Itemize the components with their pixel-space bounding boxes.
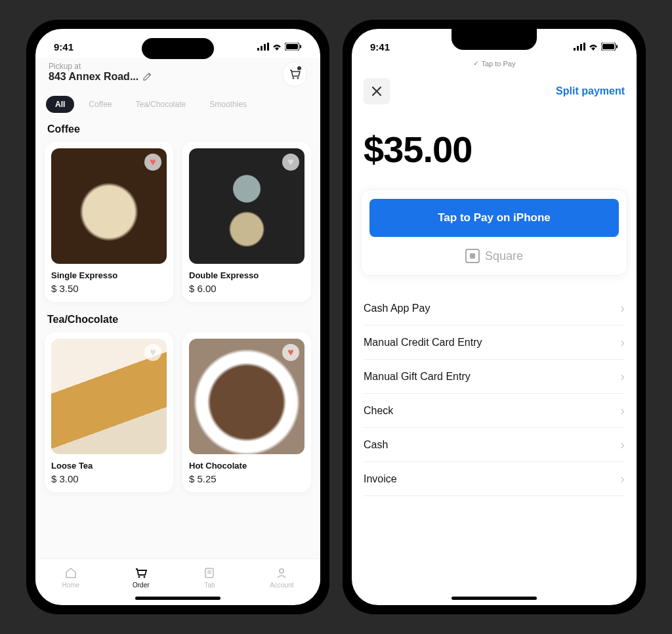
product-name: Loose Tea [51, 461, 167, 471]
check-icon: ✓ [473, 59, 479, 68]
close-icon [371, 86, 382, 96]
status-time: 9:41 [370, 41, 390, 53]
svg-rect-17 [580, 44, 582, 51]
chevron-right-icon: › [620, 301, 625, 316]
pickup-row: Pickup at 843 Annex Road... [45, 58, 311, 93]
svg-rect-21 [616, 45, 618, 49]
nav-tab[interactable]: Tab [202, 566, 217, 589]
svg-rect-2 [264, 44, 266, 51]
svg-point-8 [297, 77, 299, 79]
heart-icon: ♥ [287, 156, 294, 168]
option-manual-gift-card[interactable]: Manual Gift Card Entry› [364, 360, 625, 394]
product-image: ♥ [51, 339, 167, 454]
status-icons [257, 43, 302, 51]
receipt-icon [202, 566, 217, 580]
svg-rect-6 [300, 45, 301, 49]
product-card[interactable]: ♥ Single Expresso $ 3.50 [45, 142, 173, 302]
favorite-button[interactable]: ♥ [144, 154, 161, 171]
chevron-right-icon: › [620, 335, 625, 350]
tap-to-pay-hint: ✓ Tap to Pay [352, 58, 637, 72]
wifi-icon [588, 43, 598, 51]
payment-header: Split payment [352, 72, 637, 104]
svg-point-9 [138, 576, 140, 578]
option-cash-app-pay[interactable]: Cash App Pay› [364, 291, 625, 326]
product-image: ♥ [189, 148, 304, 264]
svg-rect-15 [574, 48, 576, 51]
bottom-nav: Home Order Tab Account [35, 559, 320, 593]
svg-rect-1 [261, 46, 262, 51]
product-card[interactable]: ♥ Double Expresso $ 6.00 [182, 142, 311, 302]
tap-to-pay-button[interactable]: Tap to Pay on iPhone [369, 199, 619, 237]
tab-all[interactable]: All [46, 96, 74, 113]
option-cash[interactable]: Cash› [364, 428, 625, 462]
nav-order[interactable]: Order [133, 566, 150, 589]
tab-smoothies[interactable]: Smoothies [200, 96, 256, 113]
category-tabs: All Coffee Tea/Chocolate Smoothies [45, 93, 311, 122]
product-name: Double Expresso [189, 270, 304, 280]
close-button[interactable] [364, 78, 390, 104]
tab-tea-chocolate[interactable]: Tea/Chocolate [126, 96, 195, 113]
nav-label: Tab [204, 581, 215, 589]
order-body: Pickup at 843 Annex Road... A [35, 58, 320, 559]
heart-icon: ♥ [287, 347, 294, 358]
product-price: $ 3.00 [51, 473, 167, 484]
phone-frame-left: 9:41 Pickup at 843 Annex Road... [26, 20, 329, 614]
product-price: $ 3.50 [51, 283, 167, 294]
home-indicator[interactable] [452, 597, 537, 600]
svg-rect-16 [577, 46, 579, 51]
svg-point-7 [293, 77, 295, 79]
edit-icon[interactable] [142, 72, 152, 81]
cart-icon [134, 566, 148, 580]
product-image: ♥ [51, 148, 167, 264]
nav-home[interactable]: Home [62, 566, 79, 589]
split-payment-link[interactable]: Split payment [556, 85, 625, 97]
option-manual-credit-card[interactable]: Manual Credit Card Entry› [364, 326, 625, 360]
provider-row: Square [369, 249, 619, 263]
product-card[interactable]: ♥ Hot Chocolate $ 5.25 [182, 332, 311, 492]
favorite-button[interactable]: ♥ [282, 154, 299, 171]
product-name: Single Expresso [51, 270, 167, 280]
provider-label: Square [485, 249, 523, 263]
screen-right: 9:41 ✓ Tap to Pay Split payment $35.00 T… [352, 29, 637, 605]
cart-badge-dot [297, 66, 301, 70]
product-card[interactable]: ♥ Loose Tea $ 3.00 [45, 332, 173, 492]
grid-tea: ♥ Loose Tea $ 3.00 ♥ Hot Chocolate $ 5.2… [45, 332, 311, 492]
favorite-button[interactable]: ♥ [144, 344, 161, 361]
favorite-button[interactable]: ♥ [282, 344, 299, 361]
screen-left: 9:41 Pickup at 843 Annex Road... [35, 29, 320, 605]
phone-frame-right: 9:41 ✓ Tap to Pay Split payment $35.00 T… [343, 20, 646, 614]
product-name: Hot Chocolate [189, 461, 304, 471]
pickup-block[interactable]: Pickup at 843 Annex Road... [49, 62, 152, 83]
svg-point-14 [280, 569, 284, 573]
chevron-right-icon: › [620, 369, 625, 384]
status-time: 9:41 [54, 41, 74, 53]
person-icon [274, 566, 289, 580]
chevron-right-icon: › [620, 471, 625, 486]
product-price: $ 6.00 [189, 283, 304, 294]
cart-button[interactable] [282, 62, 307, 87]
product-price: $ 5.25 [189, 473, 304, 484]
home-indicator[interactable] [135, 597, 220, 600]
nav-account[interactable]: Account [270, 566, 293, 589]
nav-label: Account [270, 581, 293, 589]
tab-coffee[interactable]: Coffee [79, 96, 121, 113]
notch [452, 29, 537, 50]
grid-coffee: ♥ Single Expresso $ 3.50 ♥ Double Expres… [45, 142, 311, 302]
svg-rect-0 [257, 48, 259, 51]
square-logo-icon [465, 249, 480, 263]
svg-rect-5 [286, 44, 298, 49]
pickup-address: 843 Annex Road... [49, 71, 152, 83]
home-icon [64, 566, 78, 580]
dynamic-island [142, 38, 214, 59]
option-invoice[interactable]: Invoice› [364, 462, 625, 496]
chevron-right-icon: › [620, 403, 625, 418]
option-check[interactable]: Check› [364, 394, 625, 428]
battery-icon [285, 43, 302, 51]
section-title-coffee: Coffee [45, 122, 311, 142]
section-title-tea: Tea/Chocolate [45, 312, 311, 332]
tap-to-pay-card: Tap to Pay on iPhone Square [361, 189, 627, 276]
signal-icon [257, 43, 269, 51]
heart-icon: ♥ [150, 347, 156, 358]
payment-amount: $35.00 [352, 104, 637, 189]
wifi-icon [272, 43, 282, 51]
